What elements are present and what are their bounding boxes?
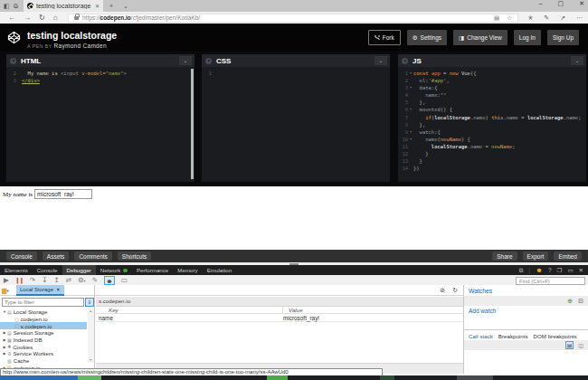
pen-byline: A PEN BY	[27, 43, 52, 49]
devtools-tab-console[interactable]: Console	[33, 265, 62, 275]
devtools-tab-performance[interactable]: Performance	[132, 265, 173, 275]
share-icon[interactable]: ↗	[560, 14, 565, 22]
code-line: 2 el:'#app',	[398, 77, 586, 84]
back-button[interactable]: ←	[8, 12, 15, 24]
code-line: 3</div>	[6, 77, 194, 84]
tree-item-local-storage[interactable]: ▼▤Local Storage	[0, 309, 87, 316]
footer-console-button[interactable]: Console	[6, 252, 37, 261]
dock-icon[interactable]: ❐	[557, 267, 563, 274]
devtools-tab-memory[interactable]: Memory	[173, 265, 202, 275]
hub-icon[interactable]: ✭	[527, 14, 533, 22]
clear-watches-icon[interactable]: ⊟	[578, 298, 583, 305]
settings-button[interactable]: ⚙Settings	[407, 30, 447, 45]
html-editor-panel[interactable]: HTML ⌄ 2 My name is <input v-model="name…	[6, 54, 194, 182]
devtools-tab-debugger[interactable]: Debugger	[62, 265, 96, 275]
forward-button[interactable]: →	[24, 12, 31, 24]
help-icon[interactable]: ?	[548, 267, 552, 273]
key-column-header[interactable]: Key	[109, 307, 119, 313]
devtools-tab-emulation[interactable]: Emulation	[203, 265, 237, 275]
window-minimize-button[interactable]: –	[539, 0, 543, 7]
footer-export-button[interactable]: Export	[523, 252, 549, 261]
panel-label: JS	[413, 57, 422, 65]
editor-scrollbar[interactable]	[191, 69, 194, 179]
address-field[interactable]: https://codepen.io/cfjedimaster/pen/Koda…	[68, 14, 518, 23]
tab-close-icon[interactable]: ✕	[95, 3, 100, 9]
panel-gear-icon[interactable]	[205, 58, 212, 64]
tree-item-icon: ▤	[7, 330, 12, 336]
callstack-icon-a[interactable]: ▤	[565, 341, 574, 349]
chevron-down-icon[interactable]: ⌄	[571, 56, 583, 65]
tree-item-icon: ✱	[7, 344, 11, 349]
more-icon[interactable]: ⋯	[576, 14, 583, 22]
tree-scrollbar[interactable]: ▲▼	[88, 309, 94, 363]
callstack-tab-breakpoints[interactable]: Breakpoints	[498, 333, 528, 339]
tree-item-cache[interactable]: ▥Cache	[0, 357, 87, 365]
gear-icon: ⚙	[413, 34, 418, 42]
tab-preview-icon[interactable]: ◧	[4, 2, 10, 10]
filter-button[interactable]: ⇩	[85, 298, 94, 307]
tree-item-service-workers[interactable]: ▶⚙Service Workers	[0, 350, 87, 357]
panel-gear-icon[interactable]	[10, 58, 16, 64]
window-maximize-button[interactable]: ▢	[558, 0, 564, 7]
filter-input[interactable]: Type to filter	[2, 298, 84, 307]
add-watch-icon[interactable]: ⊕	[567, 298, 573, 305]
tab-menu-icon[interactable]: ⌄	[123, 2, 128, 10]
name-input[interactable]	[34, 189, 92, 199]
pen-title: testing localstorage	[27, 30, 117, 41]
code-line: 13 }	[398, 157, 586, 165]
css-editor-panel[interactable]: CSS ⌄ 1	[202, 54, 390, 182]
callstack-tab-call-stack[interactable]: Call stack	[469, 333, 493, 339]
tree-item-cookies[interactable]: ▶✱Cookies	[0, 343, 87, 350]
taskbar-segment	[380, 375, 394, 380]
callstack-icon-b[interactable]: ◫	[578, 342, 583, 348]
code-line: 11 localStorage.name = newName;	[398, 143, 586, 150]
change-view-button[interactable]: ◨Change View	[453, 30, 507, 45]
fork-button[interactable]: Fork	[368, 30, 401, 45]
footer-assets-button[interactable]: Assets	[43, 252, 70, 261]
codepen-logo-icon	[7, 31, 21, 44]
devtools-close-icon[interactable]: ✕	[579, 267, 583, 274]
refresh-button[interactable]: ↻	[39, 12, 45, 24]
tree-item-s-codepen-io[interactable]: ▢s.codepen.io	[0, 322, 87, 329]
home-button[interactable]: ⌂	[53, 12, 58, 24]
browser-tab[interactable]: testing localstorage ✕	[24, 0, 103, 12]
codepen-header: testing localstorage A PEN BYRaymond Cam…	[0, 24, 588, 52]
chevron-down-icon[interactable]: ⌄	[179, 56, 192, 65]
js-editor-panel[interactable]: JS ⌄ 1▾const app = new Vue({2 el:'#app',…	[398, 54, 586, 182]
devtools-tab-elements[interactable]: Elements	[0, 265, 33, 275]
unpin-icon[interactable]: ▭	[567, 267, 573, 274]
code-line: 5 },	[398, 99, 586, 106]
set-tabs-aside-icon[interactable]: ⧉	[14, 2, 18, 10]
new-tab-button[interactable]: +	[109, 2, 113, 10]
footer-shortcuts-button[interactable]: Shortcuts	[118, 252, 151, 261]
value-column-header[interactable]: Value	[289, 307, 303, 313]
signup-button[interactable]: Sign Up	[547, 30, 579, 45]
select-element-icon[interactable]: ⧉	[519, 267, 524, 274]
just-my-code-icon[interactable]: ☻	[104, 276, 115, 285]
callstack-tab-dom-breakpoints[interactable]: DOM breakpoints	[534, 333, 577, 339]
tree-item-icon: ▢	[14, 323, 19, 328]
devtools-tab-network[interactable]: Network	[96, 265, 132, 275]
tree-item-session-storage[interactable]: ▶▤Session Storage	[0, 329, 87, 337]
feedback-smiley-icon[interactable]: ☻	[536, 266, 543, 274]
pen-author[interactable]: Raymond Camden	[53, 43, 106, 49]
add-watch-link[interactable]: Add watch	[464, 308, 496, 314]
code-line: 12 }	[398, 150, 586, 157]
reading-view-icon[interactable]: ▤	[494, 14, 499, 22]
web-note-icon[interactable]: ✎	[544, 14, 549, 22]
login-button[interactable]: Log In	[514, 30, 541, 45]
favorite-star-icon[interactable]: ☆	[507, 14, 512, 22]
chevron-down-icon[interactable]: ⌄	[375, 56, 387, 65]
footer-share-button[interactable]: Share	[492, 252, 517, 261]
taskbar-segment	[78, 375, 101, 380]
window-close-button[interactable]: ✕	[579, 0, 584, 7]
footer-embed-button[interactable]: Embed	[554, 252, 582, 261]
footer-comments-button[interactable]: Comments	[74, 252, 111, 261]
code-line: 9▾ watch:{	[398, 128, 586, 136]
panel-gear-icon[interactable]	[402, 58, 408, 64]
codepen-footer: ConsoleAssetsCommentsShortcutsShareExpor…	[0, 250, 588, 262]
tree-item-codepen-io[interactable]: ▢codepen.io	[0, 316, 87, 323]
tree-item-indexed-db[interactable]: ▶▦Indexed DB	[0, 337, 87, 344]
storage-row[interactable]: name microsoft_ray!	[96, 314, 463, 322]
find-input[interactable]: Find (Ctrl+F)	[516, 277, 585, 285]
